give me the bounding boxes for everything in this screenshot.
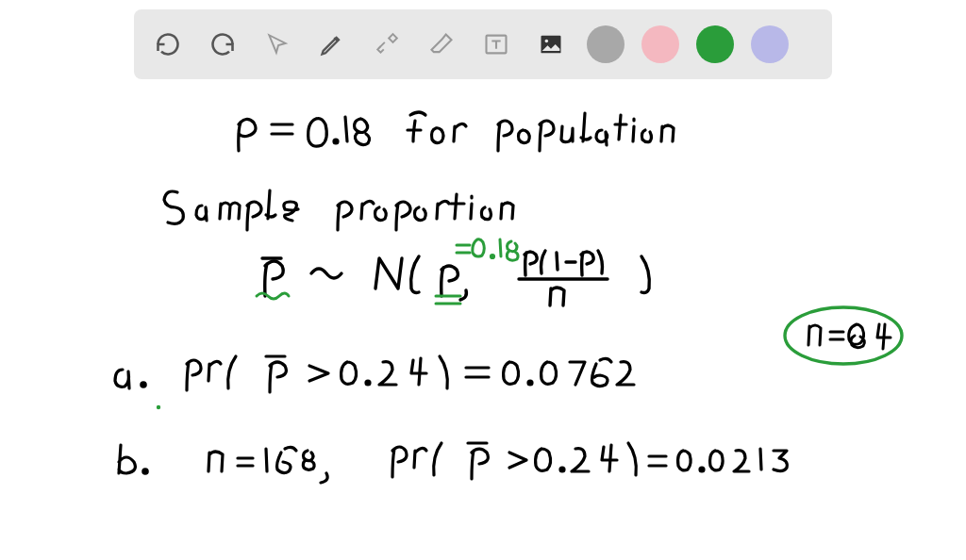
- eraser-icon: [428, 31, 455, 58]
- svg-point-10: [143, 469, 147, 473]
- pencil-button[interactable]: [313, 25, 351, 63]
- undo-button[interactable]: [149, 25, 187, 63]
- handwriting-canvas: [0, 0, 966, 560]
- image-icon: [538, 31, 564, 58]
- svg-point-7: [366, 381, 370, 385]
- pointer-button[interactable]: [258, 25, 296, 63]
- svg-point-12: [700, 468, 704, 471]
- svg-point-11: [560, 468, 564, 471]
- color-green[interactable]: [696, 25, 734, 63]
- undo-icon: [155, 31, 181, 58]
- svg-point-9: [157, 405, 160, 409]
- pointer-icon: [265, 32, 290, 57]
- svg-point-8: [528, 381, 532, 385]
- eraser-button[interactable]: [423, 25, 460, 63]
- color-lavender[interactable]: [751, 25, 789, 63]
- image-button[interactable]: [532, 25, 570, 63]
- tools-button[interactable]: [368, 25, 406, 63]
- svg-point-4: [491, 255, 493, 257]
- textbox-icon: [483, 31, 509, 58]
- svg-point-3: [334, 140, 338, 143]
- redo-icon: [209, 31, 236, 58]
- redo-button[interactable]: [204, 25, 242, 63]
- pencil-icon: [319, 31, 345, 58]
- tools-icon: [375, 32, 399, 57]
- textbox-button[interactable]: [477, 25, 515, 63]
- color-pink[interactable]: [641, 25, 679, 63]
- drawing-toolbar: [134, 9, 832, 79]
- color-gray[interactable]: [587, 25, 625, 63]
- svg-point-6: [142, 383, 145, 387]
- svg-point-2: [545, 40, 549, 43]
- svg-point-5: [785, 307, 902, 364]
